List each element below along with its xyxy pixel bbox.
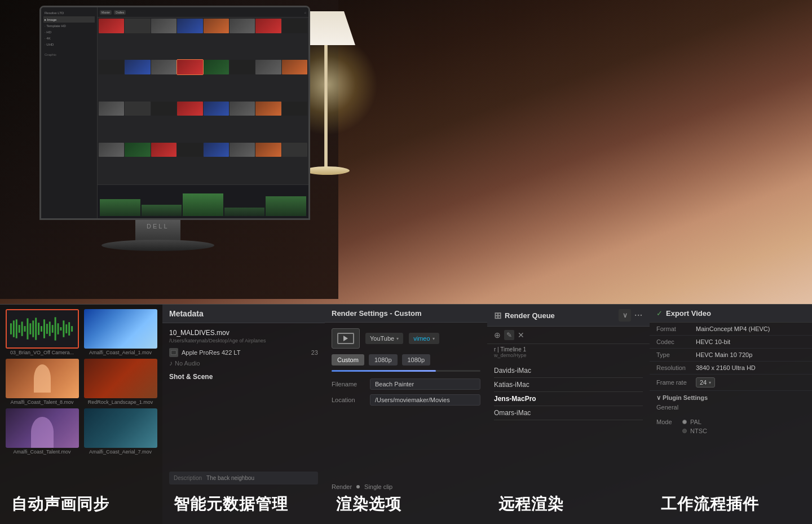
resolution-label: Resolution bbox=[656, 364, 696, 371]
queue-dots-btn[interactable]: ··· bbox=[634, 311, 643, 320]
filename-label: Filename bbox=[332, 381, 365, 388]
ntsc-radio[interactable] bbox=[682, 429, 687, 433]
dv-sidebar-item-5[interactable]: · UHD bbox=[43, 42, 95, 47]
codec-text: Apple ProRes 422 LT bbox=[182, 349, 240, 356]
format-custom[interactable]: Custom bbox=[332, 354, 364, 366]
machine-jens[interactable]: Jens-MacPro bbox=[494, 392, 643, 406]
wifi-icon: ⊕ bbox=[494, 331, 501, 340]
close-icon[interactable]: ✕ bbox=[518, 331, 524, 340]
codec-num: 23 bbox=[311, 349, 318, 356]
dv-thumb-15 bbox=[255, 60, 281, 74]
dv-thumb-11 bbox=[151, 60, 176, 74]
location-value[interactable]: /Users/moviemaker/Movies bbox=[370, 394, 480, 406]
svg-rect-14 bbox=[48, 322, 50, 336]
dv-thumb-13 bbox=[204, 60, 229, 74]
svg-rect-17 bbox=[57, 323, 59, 334]
metadata-header: Metadata bbox=[162, 305, 325, 323]
pal-radio[interactable] bbox=[682, 420, 687, 424]
pal-label: PAL bbox=[690, 419, 701, 425]
framerate-row: Frame rate 24 ▾ bbox=[650, 375, 812, 391]
monitor-brand-label: DELL bbox=[147, 223, 169, 230]
single-clip-label: Single clip bbox=[364, 483, 392, 490]
framerate-label: Frame rate bbox=[656, 379, 696, 386]
framerate-select[interactable]: 24 ▾ bbox=[696, 377, 715, 388]
dv-thumb-5 bbox=[204, 19, 229, 33]
queue-icon: ⊞ bbox=[494, 310, 501, 321]
machine-katias[interactable]: Katias-iMac bbox=[494, 378, 643, 392]
queue-timeline: r | Timeline 1 w_demo/Hype bbox=[487, 344, 650, 362]
dv-toolbar-btn-2[interactable]: Dailies bbox=[114, 10, 126, 15]
vimeo-chevron-icon: ▾ bbox=[433, 336, 435, 341]
svg-rect-1 bbox=[12, 320, 14, 337]
dv-thumb-28 bbox=[177, 143, 202, 157]
dv-thumb-18 bbox=[125, 102, 150, 116]
media-thumb-4[interactable] bbox=[84, 359, 157, 398]
render-icon bbox=[332, 328, 360, 349]
render-format-row: Custom 1080p 1080p bbox=[325, 354, 487, 370]
dv-sidebar-item-media[interactable]: ▸ Image bbox=[43, 16, 95, 23]
desc-text: The back neighbou bbox=[206, 475, 254, 481]
vimeo-preset-btn[interactable]: vimeo ▾ bbox=[409, 333, 439, 344]
format-1080p-2[interactable]: 1080p bbox=[402, 354, 431, 366]
format-1080p-1[interactable]: 1080p bbox=[369, 354, 398, 366]
panel3-label: 渲染选项 bbox=[336, 494, 401, 515]
dv-thumb-16 bbox=[282, 60, 307, 74]
framerate-value: 24 bbox=[700, 379, 707, 386]
svg-rect-12 bbox=[43, 319, 45, 338]
svg-rect-5 bbox=[24, 326, 25, 332]
dv-thumb-21 bbox=[204, 102, 229, 116]
render-status-dot bbox=[356, 485, 360, 488]
vimeo-label: vimeo bbox=[413, 335, 430, 342]
format-value: MainConcept MP4 (HEVC) bbox=[696, 325, 805, 332]
svg-rect-8 bbox=[32, 320, 34, 337]
dv-thumb-2 bbox=[125, 19, 150, 33]
media-thumb-6[interactable] bbox=[84, 408, 157, 448]
youtube-preset-btn[interactable]: YouTube ▾ bbox=[365, 333, 403, 344]
type-label: Type bbox=[656, 351, 696, 358]
render-progress-fill bbox=[332, 370, 436, 372]
codec-icon bbox=[169, 348, 178, 357]
dv-sidebar-item-3[interactable]: · HD bbox=[43, 29, 95, 35]
music-icon: ♪ bbox=[169, 359, 173, 367]
ntsc-label: NTSC bbox=[690, 428, 707, 434]
machine-davids[interactable]: Davids-iMac bbox=[494, 364, 643, 378]
queue-machines-list: Davids-iMac Katias-iMac Jens-MacPro Omar… bbox=[487, 362, 650, 422]
svg-rect-10 bbox=[38, 323, 39, 335]
media-thumb-1[interactable] bbox=[6, 309, 79, 349]
general-label: General bbox=[656, 404, 805, 411]
queue-header-label: Render Queue bbox=[505, 311, 619, 320]
queue-chevron-btn[interactable]: ∨ bbox=[619, 309, 631, 322]
queue-header-actions: ∨ ··· bbox=[619, 309, 643, 322]
media-thumb-2[interactable] bbox=[84, 309, 157, 349]
media-thumb-5[interactable] bbox=[6, 408, 79, 448]
dv-thumb-4 bbox=[177, 19, 202, 33]
media-thumb-3[interactable] bbox=[6, 359, 79, 398]
filename-value[interactable]: Beach Painter bbox=[370, 378, 480, 390]
dv-sidebar-item[interactable]: Resolve LTD bbox=[43, 10, 95, 16]
dv-thumb-26 bbox=[125, 143, 150, 157]
dv-sidebar-item-2[interactable]: · Template HD bbox=[43, 23, 95, 29]
dv-thumb-22 bbox=[230, 102, 255, 116]
codec-label: Codec bbox=[656, 338, 696, 345]
machine-omars[interactable]: Omars-iMac bbox=[494, 406, 643, 420]
queue-icons-row: ⊕ ✎ ✕ bbox=[494, 330, 524, 340]
dv-thumb-7 bbox=[255, 19, 281, 33]
location-label: Location bbox=[332, 397, 365, 403]
type-row: Type HEVC Main 10 720p bbox=[650, 349, 812, 362]
export-video-label: Export Video bbox=[666, 309, 711, 318]
codec-row: Codec HEVC 10-bit bbox=[650, 336, 812, 349]
dv-search[interactable]: ⌕ bbox=[304, 11, 306, 14]
dv-toolbar-btn-1[interactable]: Master bbox=[100, 10, 112, 15]
dv-sidebar-item-4[interactable]: · 4K bbox=[43, 36, 95, 41]
desc-label: Description bbox=[174, 475, 202, 481]
dv-thumb-25 bbox=[99, 143, 124, 157]
dv-thumb-10 bbox=[125, 60, 150, 74]
dv-thumb-32 bbox=[282, 143, 307, 157]
svg-rect-21 bbox=[68, 322, 70, 336]
edit-icon[interactable]: ✎ bbox=[504, 330, 514, 340]
dv-thumb-17 bbox=[99, 102, 124, 116]
no-audio-row: ♪ No Audio bbox=[169, 359, 318, 367]
media-filename-4: RedRock_Landscape_1.mov bbox=[88, 399, 153, 405]
metadata-section: Shot & Scene bbox=[169, 373, 318, 381]
media-filename-5: Amalfi_Coast_Talent.mov bbox=[13, 449, 70, 455]
